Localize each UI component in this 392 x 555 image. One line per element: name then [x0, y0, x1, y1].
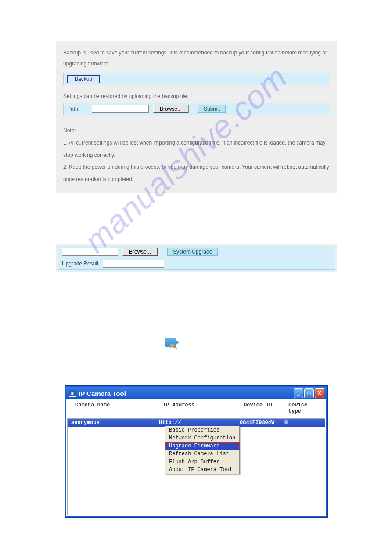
col-ip-address: IP Address: [163, 402, 244, 414]
path-input[interactable]: [92, 105, 149, 113]
col-device-type: Device type: [288, 402, 322, 414]
camera-list[interactable]: anonymous Http:// 0841FI9804W H Basic Pr…: [67, 418, 325, 515]
backup-button[interactable]: Backup: [67, 75, 100, 83]
upgrade-result-bar: Upgrade Result: [58, 258, 335, 270]
upgrade-browse-button[interactable]: Browse...: [122, 248, 158, 256]
note-block: Note: 1. All current settings will be lo…: [63, 125, 330, 185]
restore-intro-text: Settings can be restored by uploading th…: [63, 93, 330, 99]
maximize-button[interactable]: □: [304, 388, 314, 398]
restore-bar: Path: Browse... Submit: [63, 103, 330, 115]
system-upgrade-panel: Browse... System Upgrade Upgrade Result: [56, 244, 337, 272]
menu-network-configuration[interactable]: Network Configuration: [165, 434, 239, 442]
page-divider: [30, 29, 362, 29]
note-2: 2. Keep the power on during this process…: [63, 161, 330, 185]
browse-button[interactable]: Browse...: [153, 105, 188, 113]
app-icon: ◙: [69, 390, 76, 397]
window-title: IP Camera Tool: [79, 390, 126, 397]
cell-ip: Http://: [159, 420, 240, 426]
cell-id: 0841FI9804W: [240, 420, 284, 426]
context-menu: Basic Properties Network Configuration U…: [165, 426, 240, 474]
titlebar: ◙ IP Camera Tool _ □ X: [66, 387, 326, 399]
close-button[interactable]: X: [315, 388, 324, 398]
backup-restore-panel: Backup is used to save your current sett…: [56, 41, 337, 193]
cell-type: H: [284, 420, 320, 426]
backup-bar: Backup: [63, 73, 330, 85]
upgrade-result-label: Upgrade Result: [62, 261, 98, 267]
ip-camera-tool-icon: [164, 336, 182, 351]
system-upgrade-button[interactable]: System Upgrade: [167, 248, 218, 256]
menu-about[interactable]: About IP Camera Tool: [165, 466, 239, 474]
minimize-button[interactable]: _: [294, 388, 303, 398]
upgrade-result-field: [103, 260, 164, 268]
list-header: Camera name IP Address Device ID Device …: [66, 399, 326, 417]
upgrade-file-input[interactable]: [62, 248, 118, 256]
menu-refresh-camera-list[interactable]: Refresh Camera List: [165, 450, 239, 458]
submit-button[interactable]: Submit: [198, 105, 226, 113]
ip-camera-tool-window: ◙ IP Camera Tool _ □ X Camera name IP Ad…: [65, 386, 327, 517]
col-camera-name: Camera name: [75, 402, 163, 414]
cell-name: anonymous: [71, 420, 159, 426]
backup-intro-text: Backup is used to save your current sett…: [63, 47, 330, 69]
menu-upgrade-firmware[interactable]: Upgrade Firmware: [165, 442, 239, 450]
note-1: 1. All current settings will be lost whe…: [63, 137, 330, 161]
path-label: Path:: [67, 106, 87, 112]
menu-basic-properties[interactable]: Basic Properties: [165, 426, 239, 434]
note-title: Note:: [63, 125, 330, 137]
upgrade-bar: Browse... System Upgrade: [58, 246, 335, 258]
col-device-id: Device ID: [244, 402, 288, 414]
menu-flush-arp-buffer[interactable]: Flush Arp Buffer: [165, 458, 239, 466]
